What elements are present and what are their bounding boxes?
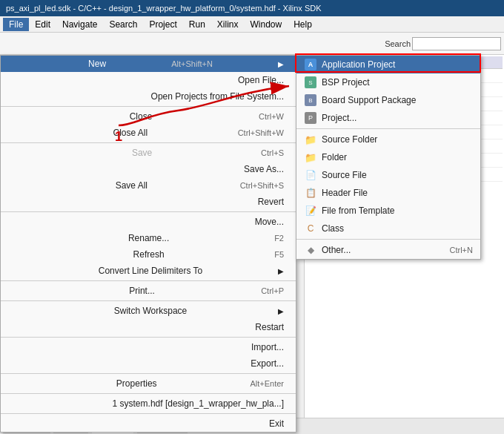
other-icon: ◆ (304, 243, 317, 257)
shortcut-label: Ctrl+Shift+W (238, 128, 284, 137)
menu-icon (8, 180, 20, 191)
menu-item-print---[interactable]: Print...Ctrl+P (1, 283, 296, 299)
menu-icon (8, 163, 20, 175)
submenu-item-bsp-project[interactable]: SBSP Project (296, 73, 480, 91)
arrow-icon: ▶ (278, 267, 284, 275)
menu-item-switch-workspace[interactable]: Switch Workspace ▶ (1, 303, 296, 319)
submenu-item-header-file[interactable]: 📋Header File (296, 184, 480, 202)
submenu-item-board-support-packag[interactable]: BBoard Support Package (296, 91, 480, 109)
new-submenu: AApplication ProjectSBSP ProjectBBoard S… (296, 55, 481, 260)
menu-icon (8, 285, 20, 297)
menu-item-save-all[interactable]: Save AllCtrl+Shift+S (1, 177, 296, 194)
menu-edit[interactable]: Edit (29, 18, 56, 31)
menu-xilinx[interactable]: Xilinx (211, 18, 245, 31)
menu-separator (1, 393, 296, 394)
toolbar: Search (0, 33, 504, 55)
menu-separator (1, 300, 296, 301)
menu-help[interactable]: Help (288, 18, 318, 31)
menu-item-label: Save All (116, 180, 147, 191)
title-bar: ps_axi_pl_led.sdk - C/C++ - design_1_wra… (0, 0, 504, 16)
menu-separator (1, 413, 296, 414)
menu-item-label: Export... (251, 358, 284, 369)
menu-item-label: Print... (129, 286, 155, 296)
title-text: ps_axi_pl_led.sdk - C/C++ - design_1_wra… (6, 4, 322, 13)
submenu-item-project---[interactable]: PProject... (296, 109, 480, 127)
menu-window[interactable]: Window (245, 18, 288, 31)
submenu-item-class[interactable]: CClass (296, 220, 480, 237)
folder-icon: 📁 (304, 151, 317, 164)
submenu-item-file-from-template[interactable]: 📝File from Template (296, 202, 480, 220)
menu-item-revert[interactable]: Revert (1, 194, 296, 210)
menu-navigate[interactable]: Navigate (56, 18, 103, 31)
menu-item-close[interactable]: CloseCtrl+W (1, 108, 296, 125)
menu-icon (8, 341, 20, 353)
search-input[interactable] (412, 37, 501, 50)
menu-run[interactable]: Run (183, 18, 211, 31)
menu-icon (8, 127, 20, 139)
submenu-item-label: Source File (322, 170, 367, 180)
menu-item-open-projects-from-f[interactable]: Open Projects from File System... (1, 88, 296, 105)
template-icon: 📝 (304, 204, 317, 217)
submenu-item-source-folder[interactable]: 📁Source Folder (296, 131, 480, 148)
menu-item-export---[interactable]: Export... (1, 355, 296, 372)
menu-item-label: Switch Workspace (114, 306, 187, 316)
main-content: Base Addr tc_dist_00xf8f01000utimer_00xf… (0, 55, 504, 434)
menu-item-properties[interactable]: PropertiesAlt+Enter (1, 375, 296, 392)
menu-file[interactable]: File (3, 18, 29, 31)
arrow-icon: ▶ (278, 60, 284, 68)
menu-item-rename---[interactable]: Rename...F2 (1, 230, 296, 246)
menu-item-label: Open Projects from File System... (151, 91, 284, 102)
menu-icon (8, 378, 20, 389)
menu-item-label: New (88, 59, 106, 69)
menu-item-label: Rename... (128, 233, 169, 243)
submenu-item-label: Folder (322, 152, 347, 162)
submenu-item-other---[interactable]: ◆Other...Ctrl+N (296, 241, 480, 259)
submenu-item-label: Class (322, 223, 344, 234)
menu-icon (8, 321, 20, 333)
shortcut-label: Alt+Enter (250, 379, 284, 388)
menu-item-label: Exit (269, 418, 284, 429)
shortcut-label: Ctrl+W (259, 112, 284, 121)
menu-item-save-as---[interactable]: Save As... (1, 161, 296, 177)
menu-item-label: Revert (258, 197, 284, 207)
menu-item-label: Close (130, 111, 153, 122)
shortcut-label: F2 (274, 234, 284, 243)
search-label: Search (385, 39, 411, 48)
submenu-item-label: BSP Project (322, 77, 369, 88)
submenu-item-label: File from Template (322, 206, 394, 216)
menu-item-exit[interactable]: Exit (1, 415, 296, 432)
menu-item-convert-line-delimit[interactable]: Convert Line Delimiters To ▶ (1, 263, 296, 279)
menu-item-restart[interactable]: Restart (1, 319, 296, 335)
menu-item-label: Save As... (244, 164, 284, 174)
menu-item-close-all[interactable]: Close AllCtrl+Shift+W (1, 125, 296, 141)
submenu-item-label: Other... (322, 245, 351, 255)
submenu-item-folder[interactable]: 📁Folder (296, 148, 480, 166)
menu-item-label: 1 system.hdf [design_1_wrapper_hw_pla...… (113, 398, 284, 409)
menu-icon (8, 418, 20, 430)
shortcut-label: Ctrl+Shift+S (240, 181, 284, 190)
menu-item-import---[interactable]: Import... (1, 339, 296, 355)
menu-separator (1, 337, 296, 338)
menu-separator (1, 373, 296, 374)
menu-item-label: Save (132, 148, 152, 158)
menu-item-label: Refresh (133, 249, 165, 260)
menu-item-refresh[interactable]: RefreshF5 (1, 246, 296, 263)
menu-icon (8, 147, 20, 159)
submenu-item-application-project[interactable]: AApplication Project (296, 56, 480, 73)
menu-item-label: Import... (251, 342, 284, 352)
menu-item-save: SaveCtrl+S (1, 145, 296, 161)
menu-search[interactable]: Search (103, 18, 143, 31)
annotation-number: 1 (115, 129, 122, 145)
menu-item-new[interactable]: NewAlt+Shift+N ▶ (1, 56, 296, 72)
submenu-item-label: Source Folder (322, 134, 377, 145)
submenu-item-source-file[interactable]: 📄Source File (296, 166, 480, 184)
folder-icon: 📁 (304, 133, 317, 146)
menu-item-1-system-hdf--design[interactable]: 1 system.hdf [design_1_wrapper_hw_pla...… (1, 395, 296, 412)
menu-separator (1, 211, 296, 212)
menu-icon (8, 305, 20, 317)
menu-item-open-file---[interactable]: Open File... (1, 72, 296, 88)
menu-project[interactable]: Project (143, 18, 182, 31)
submenu-item-label: Application Project (322, 59, 395, 70)
menu-icon (8, 111, 20, 122)
menu-item-move---[interactable]: Move... (1, 214, 296, 230)
